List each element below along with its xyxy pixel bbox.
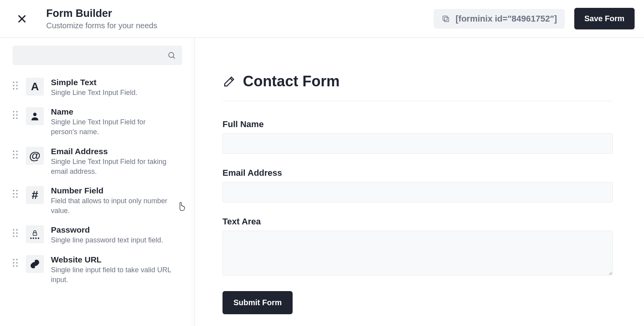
drag-handle-icon[interactable] <box>12 149 19 160</box>
svg-point-36 <box>16 236 18 237</box>
field-type-desc: Field that allows to input only number v… <box>51 196 172 216</box>
field-type-title: Email Address <box>51 147 172 156</box>
field-label: Text Area <box>223 217 613 227</box>
close-button[interactable] <box>13 9 31 28</box>
svg-point-7 <box>16 82 18 83</box>
field-type-desc: Single line password text input field. <box>51 235 163 245</box>
svg-point-13 <box>16 111 18 113</box>
svg-point-27 <box>13 193 14 195</box>
svg-line-5 <box>173 57 175 59</box>
link-icon <box>26 255 44 273</box>
drag-handle-icon[interactable] <box>12 80 19 91</box>
lock-icon: ●●●● <box>26 225 44 243</box>
svg-point-28 <box>16 193 18 195</box>
copy-icon <box>441 15 450 23</box>
svg-point-38 <box>13 259 14 260</box>
drag-handle-icon[interactable] <box>12 228 19 239</box>
svg-point-29 <box>13 196 14 198</box>
svg-point-4 <box>169 53 174 58</box>
svg-point-12 <box>13 111 14 113</box>
svg-point-19 <box>13 150 14 152</box>
field-type-desc: Single Line Text Input Field for person'… <box>51 117 172 137</box>
svg-point-10 <box>13 88 14 89</box>
form-title: Contact Form <box>243 73 340 90</box>
user-icon <box>26 107 44 125</box>
search-icon <box>167 51 176 60</box>
drag-handle-icon[interactable] <box>12 188 19 199</box>
svg-point-31 <box>13 229 14 231</box>
letter-a-icon: A <box>26 78 44 96</box>
field-type-title: Website URL <box>51 255 172 264</box>
sidebar-resize-handle[interactable] <box>189 38 195 326</box>
fields-sidebar: A Simple Text Single Line Text Input Fie… <box>0 38 195 326</box>
svg-point-6 <box>13 82 14 83</box>
form-field-email[interactable]: Email Address <box>223 168 613 202</box>
app-subtitle: Customize forms for your needs <box>46 21 157 30</box>
svg-point-33 <box>13 232 14 234</box>
svg-point-35 <box>13 236 14 237</box>
drag-handle-icon[interactable] <box>12 257 19 268</box>
svg-rect-3 <box>443 16 447 20</box>
svg-rect-2 <box>444 17 449 22</box>
svg-point-39 <box>16 259 18 260</box>
search-input[interactable] <box>13 46 182 65</box>
field-type-desc: Single line input field to take valid UR… <box>51 265 172 285</box>
svg-point-9 <box>16 85 18 86</box>
svg-point-18 <box>33 113 37 117</box>
svg-point-8 <box>13 85 14 86</box>
svg-point-24 <box>16 157 18 158</box>
field-type-email[interactable]: @ Email Address Single Line Text Input F… <box>9 142 185 181</box>
header-titles: Form Builder Customize forms for your ne… <box>46 7 157 30</box>
form-title-row[interactable]: Contact Form <box>223 73 613 101</box>
svg-point-40 <box>13 262 14 264</box>
svg-point-17 <box>16 118 18 119</box>
svg-point-32 <box>16 229 18 231</box>
hash-icon: # <box>26 186 44 204</box>
field-type-name[interactable]: Name Single Line Text Input Field for pe… <box>9 102 185 142</box>
svg-point-11 <box>16 88 18 89</box>
header-bar: Form Builder Customize forms for your ne… <box>0 0 644 38</box>
svg-point-26 <box>16 190 18 191</box>
field-type-number[interactable]: # Number Field Field that allows to inpu… <box>9 181 185 220</box>
svg-rect-37 <box>33 233 37 235</box>
textarea-input[interactable] <box>223 231 613 275</box>
form-field-full-name[interactable]: Full Name <box>223 119 613 154</box>
svg-point-20 <box>16 150 18 152</box>
field-type-title: Password <box>51 225 163 235</box>
edit-icon <box>223 75 236 88</box>
svg-point-41 <box>16 262 18 264</box>
email-input[interactable] <box>223 182 613 202</box>
svg-point-22 <box>16 154 18 155</box>
svg-point-16 <box>13 118 14 119</box>
shortcode-text: [forminix id="84961752"] <box>456 14 557 24</box>
svg-point-42 <box>13 265 14 267</box>
save-form-button[interactable]: Save Form <box>574 8 635 29</box>
drag-handle-icon[interactable] <box>12 109 19 120</box>
svg-point-43 <box>16 265 18 267</box>
field-label: Email Address <box>223 168 613 178</box>
shortcode-copy[interactable]: [forminix id="84961752"] <box>434 9 565 29</box>
app-title: Form Builder <box>46 7 157 20</box>
submit-form-button[interactable]: Submit Form <box>223 291 293 314</box>
field-type-desc: Single Line Text Input Field. <box>51 88 137 98</box>
field-type-url[interactable]: Website URL Single line input field to t… <box>9 250 185 290</box>
svg-point-15 <box>16 114 18 116</box>
svg-point-25 <box>13 190 14 191</box>
svg-point-34 <box>16 232 18 234</box>
field-type-password[interactable]: ●●●● Password Single line password text … <box>9 220 185 250</box>
svg-point-30 <box>16 196 18 198</box>
form-field-textarea[interactable]: Text Area <box>223 217 613 277</box>
field-type-title: Number Field <box>51 186 172 195</box>
close-icon <box>17 14 27 24</box>
form-canvas: Contact Form Full Name Email Address Tex… <box>195 38 644 326</box>
svg-point-23 <box>13 157 14 158</box>
field-type-simple-text[interactable]: A Simple Text Single Line Text Input Fie… <box>9 73 185 102</box>
svg-point-14 <box>13 114 14 116</box>
field-label: Full Name <box>223 119 613 129</box>
full-name-input[interactable] <box>223 133 613 154</box>
svg-point-21 <box>13 154 14 155</box>
field-type-desc: Single Line Text Input Field for taking … <box>51 157 172 177</box>
field-type-title: Simple Text <box>51 78 137 87</box>
at-sign-icon: @ <box>26 147 44 165</box>
field-type-title: Name <box>51 107 172 117</box>
